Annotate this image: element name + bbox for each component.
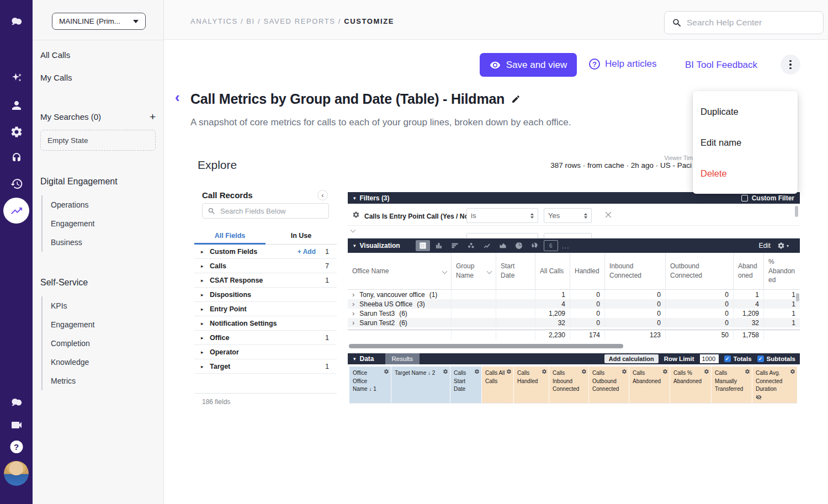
viz-more-types-button[interactable]: ... [562, 242, 570, 250]
menu-item-delete[interactable]: Delete [693, 158, 798, 189]
totals-toggle[interactable]: ✓ Totals [724, 356, 752, 362]
viz-type-map-button[interactable] [528, 240, 542, 251]
gear-icon[interactable] [384, 369, 389, 374]
col-start-date[interactable]: Start Date [496, 253, 535, 289]
office-selector-dropdown[interactable]: MAINLINE (Prim... [52, 13, 146, 30]
filter-value-select[interactable]: Yes [544, 208, 592, 223]
sidebar-item-all-calls[interactable]: All Calls [40, 50, 70, 60]
col-handled[interactable]: Handled [570, 253, 605, 289]
dialpad-logo-icon[interactable] [10, 15, 23, 28]
expand-caret-icon[interactable]: ▸ [201, 349, 210, 355]
sidebar-item-completion[interactable]: Completion [43, 334, 94, 353]
expand-caret-icon[interactable]: ▸ [201, 335, 210, 341]
visualization-bar[interactable]: ▾ Visualization 6 ... Edit ▾ [348, 238, 800, 253]
expand-filter-chevron-icon[interactable] [351, 227, 356, 233]
row-limit-input[interactable] [700, 354, 719, 363]
viz-type-bar-button[interactable] [448, 240, 462, 251]
sidebar-item-ss-engagement[interactable]: Engagement [43, 315, 94, 334]
data-col-outbound-connected[interactable]: Calls Outbound Connected [589, 367, 629, 403]
breadcrumb-bi[interactable]: BI [246, 17, 254, 25]
row-expander-icon[interactable]: › [352, 310, 354, 317]
ai-sparkles-icon[interactable] [10, 72, 23, 85]
data-bar[interactable]: ▾ Data Results Add calculation Row Limit… [348, 353, 800, 364]
col-all-calls[interactable]: All Calls [535, 253, 570, 289]
data-col-target-name[interactable]: Target Name ↓ 2 [391, 367, 450, 403]
row-expander-icon[interactable]: › [352, 291, 354, 298]
table-row[interactable]: ›Sarun Test2(6) 32 0 0 0 32 1 [348, 318, 800, 327]
field-group-operator[interactable]: ▸ Operator [194, 345, 337, 359]
collapse-panel-button[interactable]: ‹ [317, 190, 328, 200]
viz-type-table-button[interactable] [416, 240, 430, 251]
bi-tool-feedback-link[interactable]: BI Tool Feedback [685, 60, 757, 71]
tab-in-use[interactable]: In Use [266, 227, 337, 244]
video-meetings-icon[interactable] [10, 418, 23, 432]
table-row[interactable]: ›Sheeba US Office(3) 4 0 0 0 4 1 [348, 299, 800, 309]
sidebar-item-operations[interactable]: Operations [43, 195, 94, 214]
gear-icon[interactable] [581, 369, 587, 374]
col-abandoned[interactable]: Abandoned [734, 253, 764, 289]
data-col-avg-connected-duration[interactable]: Calls Avg. Connected Duration [752, 367, 797, 403]
row-expander-icon[interactable]: › [352, 300, 354, 307]
breadcrumb-saved-reports[interactable]: SAVED REPORTS [263, 17, 335, 25]
expand-caret-icon[interactable]: ▸ [201, 263, 210, 269]
sidebar-item-my-calls[interactable]: My Calls [40, 73, 72, 82]
data-col-handled[interactable]: Calls Handled [514, 367, 549, 403]
gear-icon[interactable] [662, 369, 668, 374]
data-col-pct-abandoned[interactable]: Calls % Abandoned [670, 367, 712, 403]
viz-settings-button[interactable]: ▾ [777, 242, 789, 250]
sidebar-item-business[interactable]: Business [43, 233, 94, 252]
sidebar-item-kpis[interactable]: KPIs [43, 296, 94, 315]
field-group-office[interactable]: ▸ Office 1 [194, 331, 337, 345]
help-center-search-input[interactable] [687, 12, 819, 34]
table-vertical-scrollbar[interactable] [796, 293, 799, 301]
data-col-start-date[interactable]: Calls Start Date [450, 367, 482, 403]
field-group-target[interactable]: ▸ Target 1 [194, 359, 337, 374]
dialpad-mini-logo-icon[interactable] [10, 396, 23, 409]
gear-icon[interactable] [704, 369, 709, 374]
more-options-button[interactable] [781, 55, 800, 75]
expand-caret-icon[interactable]: ▸ [201, 306, 210, 312]
data-col-office-name[interactable]: Office Office Name ↓ 1 [349, 367, 391, 403]
data-col-abandoned[interactable]: Calls Abandoned [629, 367, 670, 403]
custom-filter-toggle[interactable]: Custom Filter [741, 194, 794, 202]
field-group-csat-response[interactable]: ▸ CSAT Response 1 [194, 273, 337, 288]
horizontal-scrollbar[interactable] [349, 344, 623, 348]
field-group-calls[interactable]: ▸ Calls 7 [194, 259, 337, 273]
gear-icon[interactable] [790, 369, 795, 374]
gear-icon[interactable] [622, 369, 627, 374]
expand-caret-icon[interactable]: ▸ [201, 292, 210, 298]
col-inbound-connected[interactable]: Inbound Connected [605, 253, 666, 289]
expand-caret-icon[interactable]: ▸ [201, 364, 210, 369]
sidebar-item-knowledge[interactable]: Knowledge [43, 353, 94, 372]
totals-checkbox[interactable]: ✓ [724, 356, 731, 362]
custom-filter-checkbox[interactable] [741, 195, 748, 201]
viz-type-scatter-button[interactable] [464, 240, 478, 251]
viz-edit-button[interactable]: Edit [758, 242, 771, 250]
tab-all-fields[interactable]: All Fields [194, 227, 266, 244]
save-and-view-button[interactable]: Save and view [480, 53, 577, 77]
table-row[interactable]: ›Sarun Test3(6) 1,209 0 0 0 1,209 1 [348, 309, 800, 318]
back-chevron-button[interactable]: ‹ [175, 90, 180, 104]
subtotals-checkbox[interactable]: ✓ [757, 356, 764, 362]
gear-icon[interactable] [474, 369, 480, 374]
col-pct-abandoned[interactable]: % Abandoned [764, 253, 800, 289]
help-articles-link[interactable]: ? Help articles [589, 59, 657, 70]
gear-icon[interactable] [443, 369, 448, 374]
remove-filter-icon[interactable] [603, 210, 613, 220]
help-icon[interactable]: ? [10, 441, 23, 453]
expand-caret-icon[interactable]: ▸ [201, 249, 210, 254]
add-custom-field-button[interactable]: + Add [298, 248, 316, 256]
add-search-button[interactable]: + [150, 112, 156, 122]
field-group-notification-settings[interactable]: ▸ Notification Settings [194, 316, 337, 331]
col-group-name[interactable]: Group Name [452, 253, 496, 289]
column-menu-icon[interactable] [487, 268, 492, 274]
expand-caret-icon[interactable]: ▸ [201, 321, 210, 326]
gear-icon[interactable] [745, 369, 750, 374]
fields-search-input[interactable] [220, 204, 325, 218]
filter-operator-select[interactable]: is [466, 208, 538, 223]
filters-scrollbar[interactable] [795, 206, 798, 217]
viz-type-single-value-button[interactable]: 6 [544, 240, 558, 251]
viz-type-column-button[interactable] [432, 240, 446, 251]
column-menu-icon[interactable] [442, 268, 448, 274]
row-expander-icon[interactable]: › [352, 319, 354, 326]
